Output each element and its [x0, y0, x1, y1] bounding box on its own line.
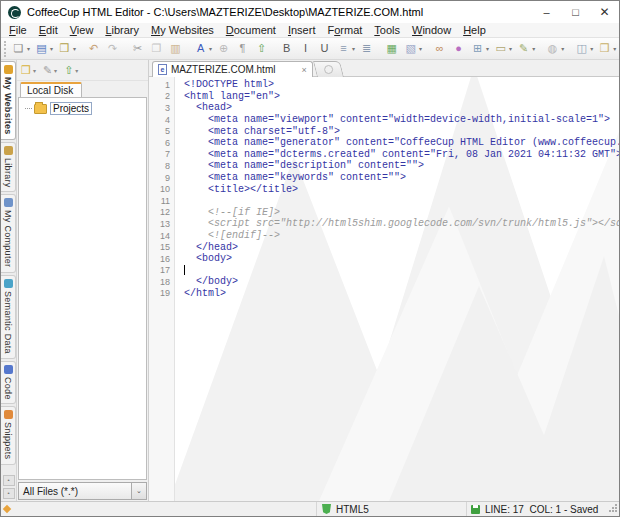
tab-strip-scroll-up-button[interactable]: •	[3, 475, 15, 486]
redo-button[interactable]: ↷	[103, 39, 122, 58]
chevron-down-icon[interactable]: ▾	[73, 45, 76, 52]
code-line-14[interactable]: 14 <![endif]-->	[149, 230, 619, 242]
menu-insert[interactable]: Insert	[282, 23, 322, 37]
bold-icon: B	[279, 40, 294, 57]
shape-button[interactable]: ◍▾	[543, 39, 566, 58]
preview-button[interactable]: ▣▾	[618, 39, 619, 58]
code-line-17[interactable]: 17	[149, 265, 619, 277]
code-line-2[interactable]: 2<html lang="en">	[149, 91, 619, 103]
menu-tools[interactable]: Tools	[368, 23, 406, 37]
chevron-down-icon[interactable]: ▾	[75, 67, 78, 74]
chevron-down-icon[interactable]: ▾	[590, 45, 593, 52]
sidebar-tab-my-websites[interactable]: My Websites	[1, 61, 16, 140]
edit-tools-button[interactable]: ✎▾	[43, 64, 57, 77]
code-line-5[interactable]: 5 <meta charset="utf-8">	[149, 125, 619, 137]
font-button[interactable]: A▾	[191, 39, 214, 58]
chevron-down-icon[interactable]: ▾	[33, 67, 36, 74]
chevron-down-icon[interactable]: ▾	[532, 45, 535, 52]
code-line-15[interactable]: 15 </head>	[149, 241, 619, 253]
new-tab-button[interactable]	[313, 61, 344, 77]
chevron-down-icon[interactable]: ▾	[486, 45, 489, 52]
maximize-button[interactable]: □	[561, 1, 590, 23]
upload-site-button[interactable]: ⇧▾	[64, 64, 78, 77]
code-line-19[interactable]: 19</html>	[149, 288, 619, 300]
toolbar-grip[interactable]	[4, 41, 6, 57]
link-button[interactable]: ∞	[430, 39, 449, 58]
bold-button[interactable]: B	[277, 39, 296, 58]
code-line-11[interactable]: 11	[149, 195, 619, 207]
anchor-button[interactable]: ⊕	[214, 39, 233, 58]
menu-library[interactable]: Library	[99, 23, 145, 37]
tab-local-disk[interactable]: Local Disk	[20, 82, 82, 97]
color-picker-button[interactable]: ●	[449, 39, 468, 58]
chevron-down-icon[interactable]: ▾	[54, 67, 57, 74]
menu-window[interactable]: Window	[406, 23, 457, 37]
code-line-9[interactable]: 9 <meta name="keywords" content="">	[149, 172, 619, 184]
chevron-down-icon[interactable]: ⌄	[131, 483, 146, 499]
sidebar-tab-library[interactable]: Library	[1, 142, 16, 193]
menu-file[interactable]: File	[3, 23, 33, 37]
chevron-down-icon[interactable]: ▾	[50, 45, 53, 52]
align-button[interactable]: ≡▾	[334, 39, 357, 58]
image-button[interactable]: ▦	[382, 39, 401, 58]
code-line-18[interactable]: 18 </body>	[149, 276, 619, 288]
chevron-down-icon[interactable]: ▾	[352, 45, 355, 52]
menu-document[interactable]: Document	[220, 23, 282, 37]
undo-button[interactable]: ↶	[84, 39, 103, 58]
insert-image-button[interactable]: ▧▾	[401, 39, 424, 58]
italic-button[interactable]: I	[296, 39, 315, 58]
menu-view[interactable]: View	[64, 23, 100, 37]
table-button[interactable]: ⊞▾	[468, 39, 491, 58]
paste-button[interactable]: ▥	[166, 39, 185, 58]
code-line-13[interactable]: 13 <script src="http://html5shim.googlec…	[149, 218, 619, 230]
code-line-3[interactable]: 3 <head>	[149, 102, 619, 114]
file-tree[interactable]: Projects	[18, 97, 147, 480]
code-line-16[interactable]: 16 <body>	[149, 253, 619, 265]
split-view-button[interactable]: ◫▾	[572, 39, 595, 58]
sidebar-tab-semantic-data[interactable]: Semantic Data	[1, 275, 16, 359]
chevron-down-icon[interactable]: ▾	[509, 45, 512, 52]
menu-edit[interactable]: Edit	[33, 23, 64, 37]
new-window-button[interactable]: ❒▾	[595, 39, 618, 58]
sidebar-tab-code[interactable]: Code	[1, 361, 16, 405]
resize-grip[interactable]	[609, 504, 619, 514]
chevron-down-icon[interactable]: ▾	[613, 45, 616, 52]
menu-help[interactable]: Help	[457, 23, 492, 37]
save-button[interactable]: ▤▾	[32, 39, 55, 58]
menu-my-websites[interactable]: My Websites	[145, 23, 220, 37]
open-button[interactable]: ❒▾	[55, 39, 78, 58]
form-button[interactable]: ▭▾	[491, 39, 514, 58]
chevron-down-icon[interactable]: ▾	[209, 45, 212, 52]
tab-strip-scroll-down-button[interactable]: •	[3, 488, 15, 499]
code-line-4[interactable]: 4 <meta name="viewport" content="width=d…	[149, 114, 619, 126]
sidebar-tab-my-computer[interactable]: My Computer	[1, 194, 16, 272]
new-document-button[interactable]: ❏▾	[9, 39, 32, 58]
list-button[interactable]: ≣	[357, 39, 376, 58]
image-icon: ▦	[384, 40, 399, 57]
code-line-12[interactable]: 12 <!--[if IE]>	[149, 207, 619, 219]
code-line-6[interactable]: 6 <meta name="generator" content="Coffee…	[149, 137, 619, 149]
publish-file-button[interactable]: ⇧	[252, 39, 271, 58]
file-filter-dropdown[interactable]: All Files (*.*) ⌄	[18, 482, 147, 500]
code-line-8[interactable]: 8 <meta name="description" content="">	[149, 160, 619, 172]
menu-format[interactable]: Format	[321, 23, 368, 37]
tab-document[interactable]: e MAZTERIZE.COM.html ×	[152, 61, 313, 77]
copy-button[interactable]: ❐	[147, 39, 166, 58]
code-editor[interactable]: 1<!DOCTYPE html>2<html lang="en">3 <head…	[149, 77, 619, 501]
close-button[interactable]: ✕	[590, 1, 619, 23]
sidebar-tab-snippets[interactable]: Snippets	[1, 406, 16, 464]
chevron-down-icon[interactable]: ▾	[419, 45, 422, 52]
close-tab-icon[interactable]: ×	[301, 65, 306, 75]
code-line-10[interactable]: 10 <title></title>	[149, 183, 619, 195]
chevron-down-icon[interactable]: ▾	[27, 45, 30, 52]
underline-button[interactable]: U	[315, 39, 334, 58]
tree-item-projects[interactable]: Projects	[25, 102, 146, 115]
code-line-1[interactable]: 1<!DOCTYPE html>	[149, 79, 619, 91]
open-folder-button[interactable]: ❒▾	[21, 64, 36, 77]
minimize-button[interactable]: –	[532, 1, 561, 23]
chevron-down-icon[interactable]: ▾	[561, 45, 564, 52]
code-line-7[interactable]: 7 <meta name="dcterms.created" content="…	[149, 149, 619, 161]
cut-button[interactable]: ✂	[128, 39, 147, 58]
paragraph-button[interactable]: ¶	[233, 39, 252, 58]
edit-tag-button[interactable]: ✎▾	[514, 39, 537, 58]
